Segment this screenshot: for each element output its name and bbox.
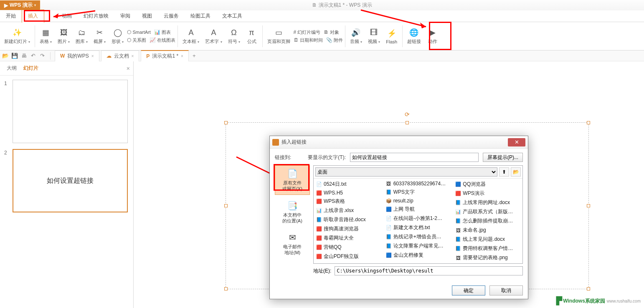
ribbon-日期和时间[interactable]: 🗓日期和时间 [294,37,323,43]
menu-幻灯片放映[interactable]: 幻灯片放映 [78,10,114,22]
qat-icon[interactable]: 📂 [2,52,9,60]
menu-开始[interactable]: 开始 [0,10,22,22]
file-item[interactable]: 🖼未命名.jpg [454,226,521,234]
cancel-button[interactable]: 取消 [489,285,523,295]
file-item[interactable]: 📦result.zip [385,197,451,204]
title-bar: ▶ WPS 演示 ▾ 🗎 演示文稿1 * - WPS 演示 [0,0,644,10]
folder-select[interactable]: 桌面 [315,167,497,177]
watermark-icon: ▛ [556,296,562,305]
menu-动画[interactable]: 动画 [56,10,78,22]
slide-thumb[interactable]: 1 [4,80,129,143]
file-item[interactable]: 🟥毒霸网址大全 [315,234,382,242]
file-item[interactable]: 📄新建文本文档.txt [385,224,451,232]
menu-视图[interactable]: 视图 [136,10,158,22]
ribbon-形状[interactable]: ◯形状 ▾ [109,23,126,50]
up-folder-button[interactable]: ⬆ [499,167,509,177]
file-item[interactable]: 🟦金山文档修复 [385,251,451,259]
ribbon-超链接[interactable]: 🌐超链接 [405,23,423,50]
new-tab-button[interactable]: + [190,52,198,60]
ribbon-图片[interactable]: 🖼图片 ▾ [55,23,72,50]
linkto-option[interactable]: 📄原有文件或网页(X) [275,165,310,195]
ribbon-页眉和页脚[interactable]: ▭页眉和页脚 [265,23,293,50]
qat-icon[interactable]: 🖶 [20,52,28,60]
doc-icon: 🗎 [312,2,317,8]
file-item[interactable]: 📄0524日.txt [315,180,382,188]
menu-绘图工具[interactable]: 绘图工具 [185,10,216,22]
file-item[interactable]: 🖼60337839385229674… [385,180,451,187]
file-item[interactable]: 📄在线问题-小雅第1-2… [385,215,451,222]
qat-icon[interactable]: 💾 [11,52,18,60]
ribbon-在线图表[interactable]: 📈在线图表 [150,37,175,43]
ribbon-表格[interactable]: ▦表格 ▾ [37,23,54,50]
file-item[interactable]: 📊产品联系方式（新版… [454,208,521,216]
ribbon-符号[interactable]: Ω符号 ▾ [226,23,243,50]
linkto-option[interactable]: 📑本文档中的位置(A) [275,197,310,227]
file-item[interactable]: 📊上线录音.xlsx [315,207,382,215]
file-item[interactable]: 🟥金山PDF独立版 [315,252,382,260]
ribbon-文本框[interactable]: A文本框 ▾ [180,23,202,50]
menu-云服务[interactable]: 云服务 [158,10,185,22]
ribbon-对象[interactable]: 🗎对象 [324,29,339,35]
file-item[interactable]: 🟦QQ浏览器 [454,180,521,188]
file-item[interactable]: 📘听取录音路径.docx [315,216,382,224]
app-badge[interactable]: ▶ WPS 演示 ▾ [0,0,40,10]
file-item[interactable]: 🖼需要登记的表格.png [454,254,521,262]
rotate-handle-icon[interactable]: ⟳ [405,111,410,118]
qat-icon[interactable]: ↷ [38,52,46,60]
linkto-option[interactable]: ✉电子邮件地址(M) [275,229,310,259]
ribbon-SmartArt[interactable]: ⬡SmartArt [127,29,150,35]
qat-icon[interactable]: ↶ [29,52,37,60]
resize-handle[interactable] [587,121,590,124]
resize-handle[interactable] [224,204,228,207]
file-item[interactable]: 📘费用特权调整客户情… [454,245,521,252]
tooltip-button[interactable]: 屏幕提示(P)... [483,153,523,162]
file-item[interactable]: 🟥WPS演示 [454,189,521,197]
file-item[interactable]: 📘线上常见问题.docx [454,235,521,243]
ok-button[interactable]: 确定 [452,285,485,295]
file-item[interactable]: 🟦上网 导航 [385,205,451,213]
file-item[interactable]: 📘WPS文字 [385,188,451,196]
file-item[interactable]: 📘上线常用的网址.docx [454,199,521,207]
doc-tab[interactable]: W我的WPS× [55,50,99,61]
panel-close-icon[interactable]: × [127,65,130,72]
ribbon-公式[interactable]: π公式 [243,23,260,50]
display-text-input[interactable] [350,153,479,162]
file-item[interactable]: 🟥搜狗高速浏览器 [315,225,382,233]
browse-button[interactable]: 📂 [511,167,521,177]
file-item[interactable]: 🟥WPS表格 [315,197,382,205]
resize-handle[interactable] [224,121,228,124]
file-item[interactable]: 🟥WPS.H5 [315,189,382,196]
doc-tab[interactable]: ☁云文档× [101,50,139,61]
dialog-titlebar[interactable]: 插入超链接 ✕ [270,136,528,149]
file-item[interactable]: 🟥营销QQ [315,243,382,251]
ribbon-Flash[interactable]: ⚡Flash [383,23,400,50]
doc-tab[interactable]: P演示文稿1 *× [141,50,189,61]
menu-blank[interactable] [44,14,56,19]
ribbon-艺术字[interactable]: A艺术字 ▾ [203,23,224,50]
ribbon-动作[interactable]: ▶动作 [424,23,441,50]
tab-slides[interactable]: 幻灯片 [20,63,42,73]
menu-审阅[interactable]: 审阅 [114,10,136,22]
ribbon-幻灯片编号[interactable]: #幻灯片编号 [294,29,321,35]
ribbon-视频[interactable]: 🎞视频 ▾ [365,23,383,50]
dialog-close-button[interactable]: ✕ [508,138,525,146]
address-input[interactable] [335,266,523,275]
tab-outline[interactable]: 大纲 [3,63,20,73]
ribbon-截屏[interactable]: ✂截屏 ▾ [91,23,108,50]
resize-handle[interactable] [406,121,409,124]
resize-handle[interactable] [587,204,590,207]
file-item[interactable]: 📘怎么删除插件提取崩… [454,217,521,225]
slide-thumb[interactable]: 2如何设置超链接 [4,149,129,212]
ribbon-附件[interactable]: 📎附件 [326,37,343,43]
file-item[interactable]: 📘论文降重客户端常见… [385,242,451,250]
resize-handle[interactable] [224,287,228,290]
file-item[interactable]: 📘热线记录+增值会员… [385,233,451,241]
ribbon-图库[interactable]: 🗂图库 ▾ [73,23,90,50]
ribbon-音频[interactable]: 🔊音频 ▾ [347,23,365,50]
ribbon-图表[interactable]: 📊图表 [154,29,171,35]
ribbon-关系图[interactable]: ⬡关系图 [127,37,146,43]
menu-插入[interactable]: 插入 [22,10,44,23]
menu-文本工具[interactable]: 文本工具 [216,10,248,22]
resize-handle[interactable] [587,287,590,290]
ribbon-新建幻灯片[interactable]: ✨新建幻灯片 ▾ [2,23,33,50]
